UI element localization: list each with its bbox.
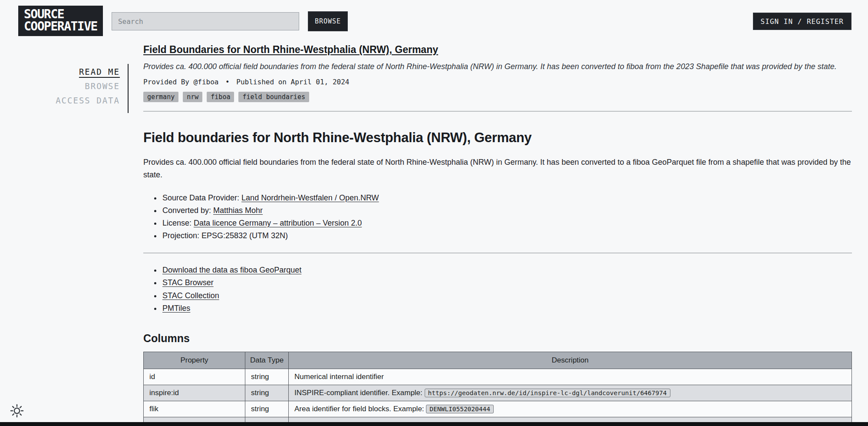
metadata-item: Converted by: Matthias Mohr	[162, 204, 852, 217]
divider	[143, 253, 852, 253]
cell-description: Area identifier for field blocks. Exampl…	[289, 401, 852, 417]
download-link-item: STAC Collection	[162, 290, 852, 302]
page-layout: READ MEBROWSEACCESS DATA Field Boundarie…	[0, 44, 868, 426]
source-cooperative-logo[interactable]: SOURCE COOPERATIVE	[18, 6, 103, 36]
logo-line-1: SOURCE	[24, 8, 97, 20]
cell-data-type: string	[245, 401, 289, 417]
metadata-link[interactable]: Land Nordrhein-Westfalen / Open.NRW	[241, 193, 379, 202]
search-input[interactable]	[112, 12, 299, 30]
repository-title-link[interactable]: Field Boundaries for North Rhine-Westpha…	[143, 44, 438, 56]
download-link-item: STAC Browser	[162, 276, 852, 289]
cell-property: id	[144, 369, 245, 385]
metadata-link[interactable]: Matthias Mohr	[213, 206, 263, 215]
sidebar-item-read-me[interactable]: READ ME	[0, 65, 120, 79]
link-pmtiles[interactable]: PMTiles	[162, 304, 190, 313]
cell-data-type: string	[245, 385, 289, 401]
cell-description: INSPIRE-compliant identifier. Example: h…	[289, 385, 852, 401]
bullet-separator: •	[225, 78, 230, 86]
link-stac-collection[interactable]: STAC Collection	[162, 291, 219, 300]
divider	[143, 111, 852, 112]
cell-property: inspire:id	[144, 385, 245, 401]
columns-heading: Columns	[143, 332, 852, 345]
download-link-item: Download the data as fiboa GeoParquet	[162, 264, 852, 276]
metadata-item: Projection: EPSG:25832 (UTM 32N)	[162, 230, 852, 242]
sign-in-register-button[interactable]: SIGN IN / REGISTER	[753, 13, 851, 30]
columns-table-body: idstringNumerical internal identifierins…	[144, 369, 852, 426]
table-header-row: PropertyData TypeDescription	[144, 352, 852, 369]
column-header-data-type: Data Type	[245, 352, 289, 369]
code-example: DENWLI0552020444	[426, 405, 494, 413]
sun-icon	[9, 403, 25, 419]
download-link-item: PMTiles	[162, 302, 852, 315]
column-header-property: Property	[144, 352, 245, 369]
provided-by-line: Provided By @fiboa • Published on April …	[143, 78, 852, 86]
cell-description: Numerical internal identifier	[289, 369, 852, 385]
columns-table-head: PropertyData TypeDescription	[144, 352, 852, 369]
sidebar-item-browse[interactable]: BROWSE	[0, 79, 120, 93]
theme-toggle-button[interactable]	[9, 403, 25, 419]
published-date: Published on April 01, 2024	[236, 78, 349, 86]
top-bar: SOURCE COOPERATIVE BROWSE SIGN IN / REGI…	[0, 0, 868, 36]
tag-row: germanynrwfiboafield boundaries	[143, 92, 852, 102]
columns-table: PropertyData TypeDescription idstringNum…	[143, 352, 852, 426]
repository-summary: Provides ca. 400.000 official field boun…	[143, 61, 852, 72]
metadata-label: License:	[162, 219, 194, 227]
link-stac-browser[interactable]: STAC Browser	[162, 278, 214, 287]
code-example: https://geodaten.nrw.de/id/inspire-lc-dg…	[425, 389, 670, 397]
table-row-inspire-id: inspire:idstringINSPIRE-compliant identi…	[144, 385, 852, 401]
metadata-item: License: Data licence Germany – attribut…	[162, 217, 852, 230]
column-header-description: Description	[289, 352, 852, 369]
tag-fiboa[interactable]: fiboa	[207, 92, 234, 102]
browse-button[interactable]: BROWSE	[308, 11, 348, 31]
metadata-list: Source Data Provider: Land Nordrhein-Wes…	[143, 192, 852, 243]
cell-property: flik	[144, 401, 245, 417]
provided-by-label: Provided By	[143, 78, 189, 86]
logo-line-2: COOPERATIVE	[24, 20, 97, 33]
table-row-flik: flikstringArea identifier for field bloc…	[144, 401, 852, 417]
link-download-the-data-as-fiboa-geoparquet[interactable]: Download the data as fiboa GeoParquet	[162, 266, 301, 274]
metadata-label: Projection: EPSG:25832 (UTM 32N)	[162, 231, 288, 240]
cell-data-type: string	[245, 369, 289, 385]
metadata-label: Source Data Provider:	[162, 193, 241, 202]
readme-heading: Field boundaries for North Rhine-Westpha…	[143, 130, 852, 146]
sidebar: READ MEBROWSEACCESS DATA	[0, 44, 129, 426]
sidebar-nav: READ MEBROWSEACCESS DATA	[0, 64, 129, 113]
tag-nrw[interactable]: nrw	[183, 92, 202, 102]
readme-intro: Provides ca. 400.000 official field boun…	[143, 156, 852, 181]
tag-germany[interactable]: germany	[143, 92, 178, 102]
metadata-link[interactable]: Data licence Germany – attribution – Ver…	[194, 219, 362, 227]
tag-field-boundaries[interactable]: field boundaries	[238, 92, 309, 102]
metadata-label: Converted by:	[162, 206, 213, 215]
metadata-item: Source Data Provider: Land Nordrhein-Wes…	[162, 192, 852, 204]
main-content: Field Boundaries for North Rhine-Westpha…	[129, 44, 868, 426]
sidebar-item-access-data[interactable]: ACCESS DATA	[0, 93, 120, 108]
table-row-id: idstringNumerical internal identifier	[144, 369, 852, 385]
footer-bar	[0, 422, 868, 426]
download-links-list: Download the data as fiboa GeoParquetSTA…	[143, 264, 852, 315]
provider-link[interactable]: @fiboa	[194, 78, 219, 86]
